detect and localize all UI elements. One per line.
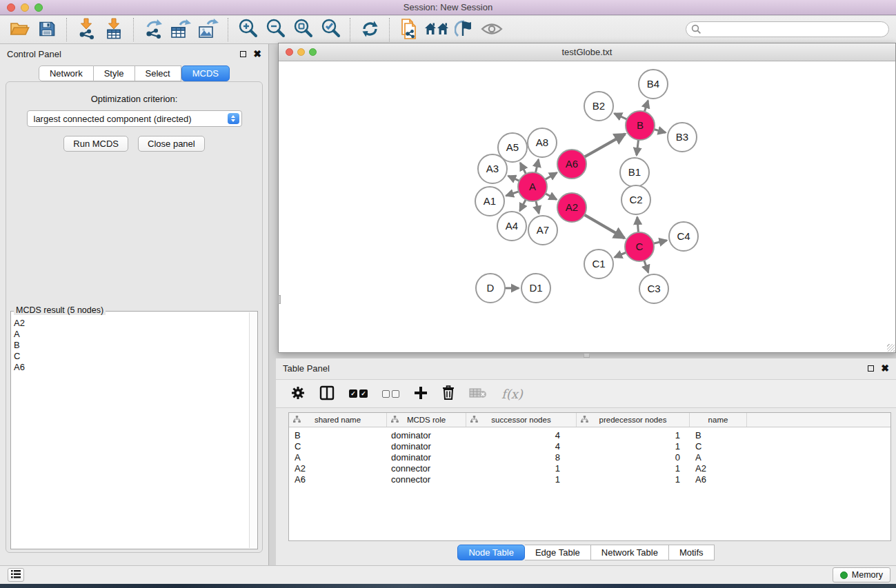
result-item[interactable]: A2 <box>14 318 248 329</box>
refresh-view-button[interactable] <box>356 17 384 42</box>
select-all-button[interactable]: ✓ ✓ <box>349 389 368 398</box>
table-cell[interactable]: dominator <box>387 441 466 452</box>
table-cell[interactable]: 1 <box>466 474 577 485</box>
node-table[interactable]: shared nameMCDS rolesuccessor nodesprede… <box>288 412 891 541</box>
graph-node-a1[interactable]: A1 <box>475 187 504 216</box>
table-settings-button[interactable] <box>291 386 305 402</box>
deselect-all-button[interactable] <box>382 390 399 398</box>
table-cell[interactable]: A2 <box>690 463 747 474</box>
export-network-button[interactable] <box>139 17 167 42</box>
zoom-fit-button[interactable] <box>289 17 317 42</box>
graph-node-c3[interactable]: C3 <box>639 274 668 303</box>
graph-node-b1[interactable]: B1 <box>620 158 649 187</box>
tab-mcds[interactable]: MCDS <box>181 65 230 81</box>
column-header[interactable]: MCDS role <box>387 413 466 427</box>
table-cell[interactable]: 4 <box>466 430 577 441</box>
table-cell[interactable]: 1 <box>577 441 690 452</box>
table-row[interactable]: Adominator80A <box>289 452 890 463</box>
close-panel-icon[interactable]: ✖ <box>253 50 261 57</box>
float-table-panel-icon[interactable] <box>868 365 874 372</box>
graph-node-b3[interactable]: B3 <box>668 123 697 152</box>
tab-select[interactable]: Select <box>135 65 181 81</box>
result-scrollbar[interactable] <box>249 312 257 548</box>
column-header[interactable]: predecessor nodes <box>577 413 690 427</box>
network-minimize-button[interactable] <box>297 48 305 56</box>
float-panel-icon[interactable] <box>240 51 246 57</box>
criterion-dropdown[interactable]: largest connected component (directed) <box>27 110 242 127</box>
open-session-button[interactable] <box>6 17 33 42</box>
table-cell[interactable]: B <box>289 430 387 441</box>
table-row[interactable]: Cdominator41C <box>289 441 890 452</box>
graph-node-a2[interactable]: A2 <box>557 193 586 222</box>
column-header[interactable]: shared name <box>289 413 387 427</box>
network-window-titlebar[interactable]: testGlobe.txt <box>279 43 895 61</box>
memory-button[interactable]: Memory <box>833 567 890 582</box>
network-close-button[interactable] <box>286 48 293 56</box>
table-cell[interactable]: 0 <box>577 452 690 463</box>
delete-table-button[interactable] <box>469 387 487 401</box>
graph-node-a7[interactable]: A7 <box>528 216 557 245</box>
tab-edge-table[interactable]: Edge Table <box>525 545 591 560</box>
import-network-button[interactable] <box>72 17 100 42</box>
column-header[interactable]: successor nodes <box>466 413 577 427</box>
table-row[interactable]: A6connector11A6 <box>289 474 890 485</box>
network-zoom-button[interactable] <box>309 48 317 56</box>
tab-node-table[interactable]: Node Table <box>457 545 525 560</box>
table-cell[interactable]: A <box>690 452 747 463</box>
result-item[interactable]: B <box>14 340 248 351</box>
table-row[interactable]: A2connector11A2 <box>289 463 890 474</box>
delete-column-button[interactable] <box>442 385 455 402</box>
network-scrollbar-stub[interactable] <box>584 353 590 358</box>
zoom-window-button[interactable] <box>34 3 43 12</box>
graph-node-a[interactable]: A <box>518 172 547 201</box>
result-item[interactable]: A6 <box>14 362 248 373</box>
table-cell[interactable]: 1 <box>577 474 690 485</box>
first-neighbors-button[interactable] <box>423 17 450 42</box>
graph-node-a8[interactable]: A8 <box>528 128 557 157</box>
table-cell[interactable]: 8 <box>466 452 577 463</box>
search-input[interactable] <box>686 21 889 37</box>
graph-node-a6[interactable]: A6 <box>557 150 586 179</box>
add-column-button[interactable] <box>414 386 428 402</box>
tab-network-table[interactable]: Network Table <box>591 545 669 560</box>
table-row[interactable]: Bdominator41B <box>289 430 890 441</box>
graph-node-d[interactable]: D <box>476 274 505 303</box>
minimize-window-button[interactable] <box>21 3 29 12</box>
export-image-button[interactable] <box>195 17 222 42</box>
table-cell[interactable]: B <box>690 430 747 441</box>
table-cell[interactable]: connector <box>387 474 466 485</box>
table-cell[interactable]: A2 <box>289 463 387 474</box>
graph-node-b2[interactable]: B2 <box>584 92 613 121</box>
table-cell[interactable]: A6 <box>289 474 387 485</box>
graph-node-d1[interactable]: D1 <box>521 274 550 303</box>
result-item[interactable]: C <box>14 351 248 362</box>
export-table-button[interactable] <box>167 17 195 42</box>
table-cell[interactable]: C <box>289 441 387 452</box>
window-resize-grip[interactable] <box>887 344 895 352</box>
tab-motifs[interactable]: Motifs <box>669 545 715 560</box>
close-panel-button[interactable]: Close panel <box>138 136 205 152</box>
graph-node-c1[interactable]: C1 <box>584 250 613 278</box>
graph-node-a4[interactable]: A4 <box>497 212 526 241</box>
table-cell[interactable]: dominator <box>387 452 466 463</box>
table-cell[interactable]: 1 <box>577 430 690 441</box>
show-graphics-details-button[interactable] <box>450 17 478 42</box>
function-builder-button[interactable]: f(x) <box>501 387 523 401</box>
task-history-button[interactable] <box>8 568 24 582</box>
show-columns-button[interactable] <box>319 385 335 403</box>
close-table-panel-icon[interactable]: ✖ <box>881 365 889 372</box>
open-network-file-button[interactable] <box>395 17 423 42</box>
graph-node-b[interactable]: B <box>626 111 655 140</box>
table-cell[interactable]: A <box>289 452 387 463</box>
zoom-selected-button[interactable] <box>317 17 344 42</box>
table-cell[interactable]: C <box>690 441 747 452</box>
network-scrollbar-stub[interactable] <box>278 295 281 304</box>
graph-node-c4[interactable]: C4 <box>669 222 698 251</box>
table-cell[interactable]: dominator <box>387 430 466 441</box>
eye-button[interactable] <box>478 17 506 42</box>
graph-node-a3[interactable]: A3 <box>478 154 507 183</box>
import-table-button[interactable] <box>100 17 128 42</box>
tab-network[interactable]: Network <box>39 65 94 81</box>
tab-style[interactable]: Style <box>94 65 135 81</box>
zoom-out-button[interactable] <box>261 17 289 42</box>
